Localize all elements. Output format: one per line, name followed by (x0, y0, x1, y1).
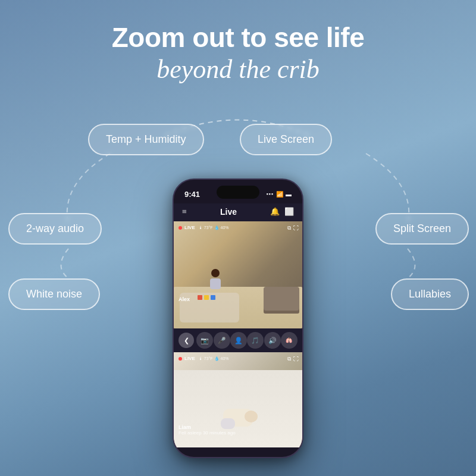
live-label-2: LIVE (184, 356, 195, 361)
menu-icon[interactable]: ≡ (182, 207, 187, 217)
humidity-value-1: 40% (221, 226, 229, 230)
toy-block-1 (198, 295, 202, 300)
couch (264, 287, 299, 311)
badge-split-screen: Split Screen (375, 213, 469, 245)
camera-feed-liam: LIVE 🌡 73°F 💧 40% ⧉ ⛶ Liam Fell asleep 3… (174, 352, 302, 447)
music-icon: 🎵 (251, 337, 259, 345)
pip-icon-2[interactable]: ⧉ (287, 356, 291, 362)
pip-icon-1[interactable]: ⧉ (287, 225, 291, 231)
camera-button[interactable]: 📷 (196, 332, 213, 349)
person-icon: 👤 (234, 337, 243, 345)
signal-icon: ▪▪▪ (266, 191, 274, 197)
humidity-icon-2: 💧 (214, 356, 220, 361)
toy-block-3 (211, 295, 215, 300)
live-label-1: LIVE (184, 225, 195, 230)
controls-bar: ❮ 📷 🎤 👤 🎵 🔊 🫁 (174, 328, 302, 352)
back-button[interactable]: ❮ (178, 333, 194, 348)
person-head (211, 269, 220, 277)
phone-mockup: 9:41 ▪▪▪ 📶 ▬ ≡ Live 🔔 ⬜ (173, 178, 303, 458)
humidity-icon-1: 💧 (214, 226, 220, 230)
liam-name: Liam (178, 424, 236, 430)
volume-icon: 🔊 (268, 337, 277, 345)
badge-2way-audio: 2-way audio (8, 213, 102, 245)
volume-button[interactable]: 🔊 (264, 332, 281, 349)
headline-area: Zoom out to see life beyond the crib (0, 0, 476, 84)
badge-white-noise: White noise (8, 278, 100, 310)
live-dot-1 (178, 226, 182, 230)
headline-italic: beyond the crib (0, 54, 476, 84)
status-icons: ▪▪▪ 📶 ▬ (266, 191, 292, 198)
badge-live-screen: Live Screen (240, 124, 332, 155)
camera-icon: 📷 (201, 337, 209, 345)
feed-camera-icons-2: ⧉ ⛶ (287, 356, 299, 362)
lung-icon: 🫁 (286, 337, 292, 343)
dynamic-island (217, 186, 259, 199)
battery-icon: ▬ (286, 191, 292, 198)
badge-temp-humidity: Temp + Humidity (88, 124, 204, 155)
camera-feed-alex: LIVE 🌡 73°F 💧 40% ⧉ ⛶ Alex (174, 221, 302, 328)
humidity-value-2: 40% (221, 356, 229, 361)
stop-icon[interactable]: ⬜ (284, 207, 294, 217)
person-torso (210, 278, 221, 289)
person-figure (206, 269, 224, 296)
mic-icon: 🎤 (218, 337, 226, 345)
fullscreen-icon-1[interactable]: ⛶ (293, 225, 299, 231)
status-time: 9:41 (184, 190, 200, 199)
liam-info: Liam Fell asleep 30 minutes ago (178, 424, 236, 436)
toy-block-2 (204, 295, 209, 300)
wifi-icon: 📶 (276, 191, 283, 198)
person-button[interactable]: 👤 (230, 332, 247, 349)
headline-main: Zoom out to see life (0, 23, 476, 53)
mic-button[interactable]: 🎤 (214, 332, 230, 349)
temp-icon-1: 🌡 (199, 226, 203, 230)
feed-info-2: 🌡 73°F 💧 40% (199, 356, 229, 361)
alex-name: Alex (178, 296, 190, 302)
feed-info-1: 🌡 73°F 💧 40% (199, 226, 229, 230)
arrow-left-icon: ❮ (184, 337, 189, 345)
badge-lullabies: Lullabies (391, 278, 469, 310)
live-dot-2 (178, 357, 182, 361)
phone-body: 9:41 ▪▪▪ 📶 ▬ ≡ Live 🔔 ⬜ (173, 178, 303, 458)
liam-status: Fell asleep 30 minutes ago (178, 430, 236, 436)
app-header-icons: 🔔 ⬜ (270, 207, 294, 217)
app-header: ≡ Live 🔔 ⬜ (174, 203, 302, 221)
fullscreen-icon-2[interactable]: ⛶ (293, 356, 299, 362)
temp-value-1: 73°F (204, 226, 213, 230)
temp-icon-2: 🌡 (199, 356, 203, 361)
baby-head (245, 411, 258, 422)
feed-camera-icons-1: ⧉ ⛶ (287, 225, 299, 231)
toy-area (198, 295, 215, 300)
feed-overlay-alex: LIVE 🌡 73°F 💧 40% (178, 225, 298, 230)
feed-overlay-liam: LIVE 🌡 73°F 💧 40% (178, 356, 298, 361)
music-button[interactable]: 🎵 (247, 332, 264, 349)
lung-button[interactable]: 🫁 (281, 332, 298, 349)
bell-icon[interactable]: 🔔 (270, 207, 280, 217)
app-title: Live (220, 207, 237, 217)
temp-value-2: 73°F (204, 356, 213, 361)
